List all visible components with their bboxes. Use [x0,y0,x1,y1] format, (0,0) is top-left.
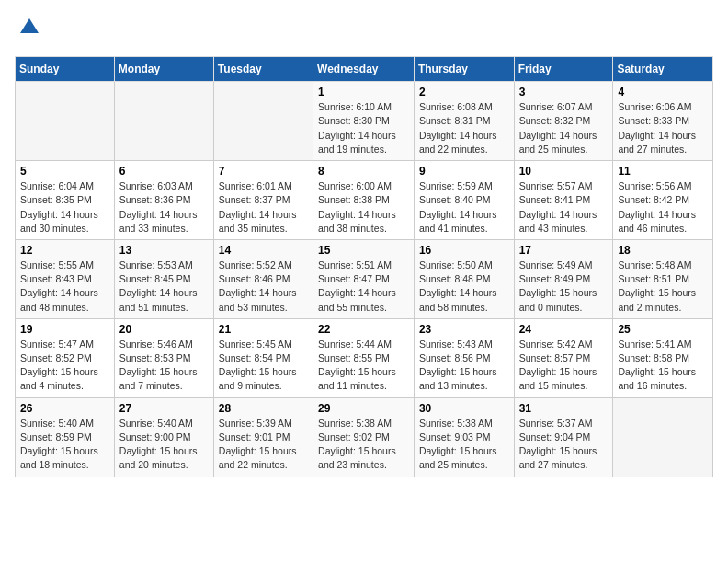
day-info: Sunrise: 6:00 AM Sunset: 8:38 PM Dayligh… [318,179,409,236]
day-info: Sunrise: 6:01 AM Sunset: 8:37 PM Dayligh… [219,179,308,236]
day-number: 22 [318,323,409,336]
day-info: Sunrise: 5:51 AM Sunset: 8:47 PM Dayligh… [318,259,409,315]
calendar-cell: 7Sunrise: 6:01 AM Sunset: 8:37 PM Daylig… [213,161,313,240]
calendar-cell: 31Sunrise: 5:37 AM Sunset: 9:04 PM Dayli… [514,397,613,477]
day-number: 20 [119,323,209,336]
day-number: 13 [119,244,209,257]
day-info: Sunrise: 5:40 AM Sunset: 8:59 PM Dayligh… [20,417,109,473]
calendar-cell [114,82,213,161]
day-number: 3 [519,86,609,98]
day-number: 19 [20,323,109,336]
day-info: Sunrise: 5:56 AM Sunset: 8:42 PM Dayligh… [618,179,708,236]
day-info: Sunrise: 5:49 AM Sunset: 8:49 PM Dayligh… [519,259,609,315]
day-info: Sunrise: 5:47 AM Sunset: 8:52 PM Dayligh… [20,338,109,394]
day-number: 26 [20,402,109,415]
day-info: Sunrise: 5:45 AM Sunset: 8:54 PM Dayligh… [219,338,308,394]
day-number: 28 [219,402,308,415]
calendar-cell: 1Sunrise: 6:10 AM Sunset: 8:30 PM Daylig… [313,82,415,161]
calendar-week-row: 19Sunrise: 5:47 AM Sunset: 8:52 PM Dayli… [16,318,713,397]
calendar-cell: 13Sunrise: 5:53 AM Sunset: 8:45 PM Dayli… [114,239,213,318]
col-header-sunday: Sunday [16,57,115,82]
calendar-cell: 18Sunrise: 5:48 AM Sunset: 8:51 PM Dayli… [613,239,713,318]
day-info: Sunrise: 5:41 AM Sunset: 8:58 PM Dayligh… [618,338,708,394]
day-info: Sunrise: 5:50 AM Sunset: 8:48 PM Dayligh… [419,259,509,315]
calendar-cell: 16Sunrise: 5:50 AM Sunset: 8:48 PM Dayli… [414,239,514,318]
day-number: 15 [318,244,409,257]
day-number: 1 [318,86,409,98]
day-info: Sunrise: 5:52 AM Sunset: 8:46 PM Dayligh… [219,259,308,315]
day-number: 23 [419,323,509,336]
col-header-monday: Monday [114,57,213,82]
calendar-cell [613,397,713,477]
day-number: 7 [219,165,308,178]
calendar-cell: 8Sunrise: 6:00 AM Sunset: 8:38 PM Daylig… [313,161,415,240]
calendar-cell: 5Sunrise: 6:04 AM Sunset: 8:35 PM Daylig… [16,161,115,240]
day-number: 5 [20,165,109,178]
page-header [15,15,713,45]
calendar-cell: 12Sunrise: 5:55 AM Sunset: 8:43 PM Dayli… [16,239,115,318]
calendar-cell: 26Sunrise: 5:40 AM Sunset: 8:59 PM Dayli… [16,397,115,477]
day-number: 12 [20,244,109,257]
day-info: Sunrise: 6:08 AM Sunset: 8:31 PM Dayligh… [419,100,509,156]
day-number: 17 [519,244,609,257]
col-header-saturday: Saturday [613,57,713,82]
day-info: Sunrise: 6:03 AM Sunset: 8:36 PM Dayligh… [119,179,209,236]
day-info: Sunrise: 5:53 AM Sunset: 8:45 PM Dayligh… [119,259,209,315]
day-info: Sunrise: 5:44 AM Sunset: 8:55 PM Dayligh… [318,338,409,394]
day-number: 4 [618,86,708,98]
day-info: Sunrise: 5:42 AM Sunset: 8:57 PM Dayligh… [519,338,609,394]
calendar-cell: 29Sunrise: 5:38 AM Sunset: 9:02 PM Dayli… [313,397,415,477]
col-header-friday: Friday [514,57,613,82]
calendar-week-row: 5Sunrise: 6:04 AM Sunset: 8:35 PM Daylig… [16,161,713,240]
day-info: Sunrise: 5:39 AM Sunset: 9:01 PM Dayligh… [219,417,308,473]
day-number: 24 [519,323,609,336]
day-number: 31 [519,402,609,415]
calendar-cell: 11Sunrise: 5:56 AM Sunset: 8:42 PM Dayli… [613,161,713,240]
calendar-cell: 30Sunrise: 5:38 AM Sunset: 9:03 PM Dayli… [414,397,514,477]
calendar-cell: 10Sunrise: 5:57 AM Sunset: 8:41 PM Dayli… [514,161,613,240]
day-info: Sunrise: 5:37 AM Sunset: 9:04 PM Dayligh… [519,417,609,473]
day-number: 2 [419,86,509,98]
calendar-cell: 27Sunrise: 5:40 AM Sunset: 9:00 PM Dayli… [114,397,213,477]
day-info: Sunrise: 5:46 AM Sunset: 8:53 PM Dayligh… [119,338,209,394]
day-number: 18 [618,244,708,257]
day-number: 21 [219,323,308,336]
day-info: Sunrise: 6:06 AM Sunset: 8:33 PM Dayligh… [618,100,708,156]
calendar-table: SundayMondayTuesdayWednesdayThursdayFrid… [15,56,713,477]
logo-icon [17,15,42,40]
day-number: 16 [419,244,509,257]
calendar-cell: 14Sunrise: 5:52 AM Sunset: 8:46 PM Dayli… [213,239,313,318]
day-info: Sunrise: 5:57 AM Sunset: 8:41 PM Dayligh… [519,179,609,236]
calendar-cell: 23Sunrise: 5:43 AM Sunset: 8:56 PM Dayli… [414,318,514,397]
day-number: 30 [419,402,509,415]
logo [15,15,42,45]
calendar-cell: 2Sunrise: 6:08 AM Sunset: 8:31 PM Daylig… [414,82,514,161]
col-header-thursday: Thursday [414,57,514,82]
calendar-cell: 21Sunrise: 5:45 AM Sunset: 8:54 PM Dayli… [213,318,313,397]
day-number: 25 [618,323,708,336]
calendar-week-row: 12Sunrise: 5:55 AM Sunset: 8:43 PM Dayli… [16,239,713,318]
day-info: Sunrise: 5:40 AM Sunset: 9:00 PM Dayligh… [119,417,209,473]
day-info: Sunrise: 5:38 AM Sunset: 9:02 PM Dayligh… [318,417,409,473]
day-number: 11 [618,165,708,178]
calendar-cell [16,82,115,161]
calendar-week-row: 1Sunrise: 6:10 AM Sunset: 8:30 PM Daylig… [16,82,713,161]
day-info: Sunrise: 5:38 AM Sunset: 9:03 PM Dayligh… [419,417,509,473]
calendar-cell: 3Sunrise: 6:07 AM Sunset: 8:32 PM Daylig… [514,82,613,161]
calendar-cell: 20Sunrise: 5:46 AM Sunset: 8:53 PM Dayli… [114,318,213,397]
calendar-cell: 24Sunrise: 5:42 AM Sunset: 8:57 PM Dayli… [514,318,613,397]
col-header-wednesday: Wednesday [313,57,415,82]
day-number: 9 [419,165,509,178]
calendar-cell: 15Sunrise: 5:51 AM Sunset: 8:47 PM Dayli… [313,239,415,318]
col-header-tuesday: Tuesday [213,57,313,82]
calendar-cell: 9Sunrise: 5:59 AM Sunset: 8:40 PM Daylig… [414,161,514,240]
day-number: 8 [318,165,409,178]
day-info: Sunrise: 6:07 AM Sunset: 8:32 PM Dayligh… [519,100,609,156]
day-number: 10 [519,165,609,178]
calendar-cell: 22Sunrise: 5:44 AM Sunset: 8:55 PM Dayli… [313,318,415,397]
day-info: Sunrise: 5:59 AM Sunset: 8:40 PM Dayligh… [419,179,509,236]
day-info: Sunrise: 5:43 AM Sunset: 8:56 PM Dayligh… [419,338,509,394]
calendar-cell [213,82,313,161]
svg-marker-0 [20,18,39,33]
day-number: 29 [318,402,409,415]
